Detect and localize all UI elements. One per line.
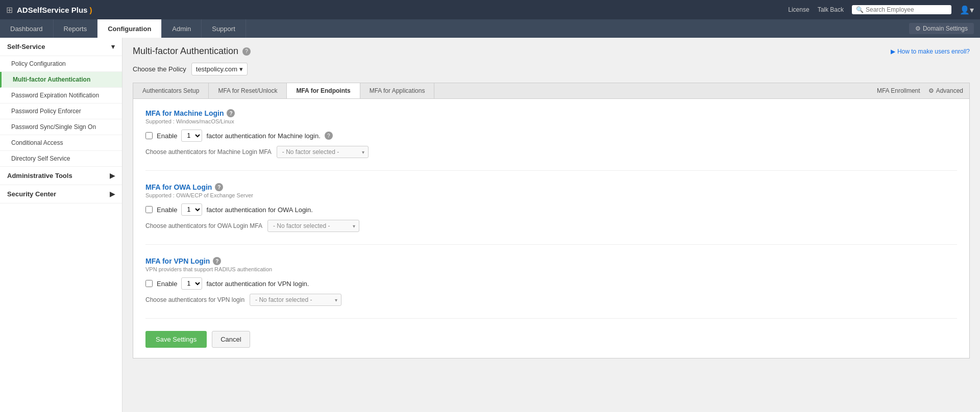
vpn-login-factor-dropdown[interactable]: - No factor selected - [250,294,341,306]
tab-mfa-reset-unlock[interactable]: MFA for Reset/Unlock [209,83,287,98]
owa-login-auth-label: factor authentication for OWA Login. [206,206,312,214]
page-title-row: Multi-factor Authentication ? [133,46,251,57]
owa-login-factor-select[interactable]: 123 [181,203,202,216]
mfa-owa-login-choose-row: Choose authenticators for OWA Login MFA … [145,220,957,232]
mfa-vpn-login-title: MFA for VPN Login ? [145,257,957,265]
policy-label: Choose the Policy [133,65,186,73]
sidebar-item-conditional-access[interactable]: Conditional Access [0,135,122,151]
mfa-vpn-login-sub: VPN providers that support RADIUS authen… [145,266,957,272]
machine-login-choose-label: Choose authenticators for Machine Login … [145,148,272,156]
owa-login-enable-label: Enable [157,206,177,214]
owa-login-checkbox[interactable] [145,206,153,213]
owa-login-factor-dropdown[interactable]: - No factor selected - [267,220,359,232]
page-title: Multi-factor Authentication [133,46,238,57]
mfa-machine-login-choose-row: Choose authenticators for Machine Login … [145,146,957,158]
mfa-machine-login-enable-row: Enable 123 factor authentication for Mac… [145,130,957,142]
mfa-owa-login-enable-row: Enable 123 factor authentication for OWA… [145,203,957,216]
sidebar-item-password-policy[interactable]: Password Policy Enforcer [0,104,122,119]
sidebar-item-directory-self-service[interactable]: Directory Self Service [0,151,122,167]
machine-login-factor-dropdown[interactable]: - No factor selected - [277,146,369,158]
vpn-login-choose-label: Choose authenticators for VPN login [145,296,244,303]
avatar-icon[interactable]: 👤▾ [960,5,974,15]
machine-login-auth-label: factor authentication for Machine login. [206,132,320,140]
top-bar-right: License Talk Back 🔍 👤▾ [788,5,974,15]
sidebar-item-password-expiration[interactable]: Password Expiration Notification [0,88,122,104]
owa-login-help-icon[interactable]: ? [215,183,223,191]
owa-login-choose-label: Choose authenticators for OWA Login MFA [145,222,262,229]
advanced-tab[interactable]: ⚙ Advanced [928,83,963,98]
tab-right-area: MFA Enrollment ⚙ Advanced [877,83,969,98]
tab-authenticators-setup[interactable]: Authenticators Setup [133,83,209,98]
top-bar: ⊞ ADSelfService Plus ) License Talk Back… [0,0,980,19]
chevron-right-icon-2: ▶ [110,190,115,198]
chevron-right-icon: ▶ [110,172,115,179]
search-icon: 🔍 [856,6,864,13]
main-panel: MFA for Machine Login ? Supported : Wind… [133,98,970,358]
mfa-vpn-login-section: MFA for VPN Login ? VPN providers that s… [145,257,957,319]
vpn-login-dropdown-wrap: - No factor selected - [250,294,341,306]
owa-login-dropdown-wrap: - No factor selected - [267,220,359,232]
sidebar-item-password-sync[interactable]: Password Sync/Single Sign On [0,119,122,135]
button-row: Save Settings Cancel [145,331,957,348]
mfa-owa-login-section: MFA for OWA Login ? Supported : OWA/ECP … [145,183,957,245]
arrow-icon: ▶ [891,48,895,55]
logo-suffix: ) [89,6,92,14]
nav-bar: Dashboard Reports Configuration Admin Su… [0,19,980,38]
vpn-login-enable-label: Enable [157,280,177,288]
license-link[interactable]: License [788,6,809,13]
security-center-header[interactable]: Security Center ▶ [0,185,122,203]
help-icon[interactable]: ? [242,47,251,56]
grid-icon[interactable]: ⊞ [6,5,13,15]
sidebar: Self-Service ▾ Policy Configuration Mult… [0,38,122,412]
content-area: Multi-factor Authentication ? ▶ How to m… [122,38,980,412]
save-settings-button[interactable]: Save Settings [145,331,207,348]
page-header: Multi-factor Authentication ? ▶ How to m… [133,46,970,57]
vpn-login-factor-select[interactable]: 123 [181,277,202,290]
nav-admin[interactable]: Admin [162,19,202,38]
nav-configuration[interactable]: Configuration [97,19,162,38]
mfa-machine-login-section: MFA for Machine Login ? Supported : Wind… [145,109,957,171]
enroll-link[interactable]: ▶ How to make users enroll? [891,48,970,55]
machine-login-enable-label: Enable [157,132,177,140]
mfa-machine-login-sub: Supported : Windows/macOS/Linux [145,118,957,124]
app-logo: ADSelfService Plus ) [17,6,92,14]
machine-login-factor-help-icon[interactable]: ? [325,132,333,140]
vpn-login-auth-label: factor authentication for VPN login. [206,280,309,288]
main-layout: Self-Service ▾ Policy Configuration Mult… [0,38,980,412]
mfa-vpn-login-enable-row: Enable 123 factor authentication for VPN… [145,277,957,290]
nav-reports[interactable]: Reports [54,19,98,38]
tab-mfa-applications[interactable]: MFA for Applications [360,83,435,98]
mfa-owa-login-title: MFA for OWA Login ? [145,183,957,191]
sidebar-item-policy-configuration[interactable]: Policy Configuration [0,56,122,72]
search-box: 🔍 [852,5,951,14]
self-service-header[interactable]: Self-Service ▾ [0,38,122,56]
sidebar-item-mfa[interactable]: Multi-factor Authentication [0,72,122,88]
chevron-down-icon: ▾ [111,43,115,50]
tab-mfa-endpoints[interactable]: MFA for Endpoints [287,83,360,98]
admin-tools-header[interactable]: Administrative Tools ▶ [0,167,122,185]
gear-icon: ⚙ [915,25,921,32]
dropdown-arrow-icon: ▾ [239,65,243,73]
machine-login-factor-select[interactable]: 123 [181,130,202,142]
nav-support[interactable]: Support [202,19,246,38]
tabs-bar: Authenticators Setup MFA for Reset/Unloc… [133,83,970,98]
gear-icon-advanced: ⚙ [928,87,934,94]
mfa-enrollment-link[interactable]: MFA Enrollment [877,83,920,98]
logo-text: ADSelfService Plus [17,6,87,14]
policy-value: testpolicy.com [196,65,237,73]
mfa-machine-login-title: MFA for Machine Login ? [145,109,957,117]
policy-dropdown[interactable]: testpolicy.com ▾ [191,63,248,75]
nav-right: ⚙ Domain Settings [909,19,980,38]
mfa-vpn-login-choose-row: Choose authenticators for VPN login - No… [145,294,957,306]
domain-settings-button[interactable]: ⚙ Domain Settings [909,23,974,34]
vpn-login-checkbox[interactable] [145,280,153,287]
search-input[interactable] [866,6,947,13]
machine-login-help-icon[interactable]: ? [227,109,235,117]
policy-row: Choose the Policy testpolicy.com ▾ [133,63,970,75]
machine-login-checkbox[interactable] [145,132,153,139]
vpn-login-help-icon[interactable]: ? [213,257,221,265]
cancel-button[interactable]: Cancel [212,331,250,348]
talk-back-link[interactable]: Talk Back [818,6,844,13]
mfa-owa-login-sub: Supported : OWA/ECP of Exchange Server [145,192,957,198]
nav-dashboard[interactable]: Dashboard [0,19,54,38]
